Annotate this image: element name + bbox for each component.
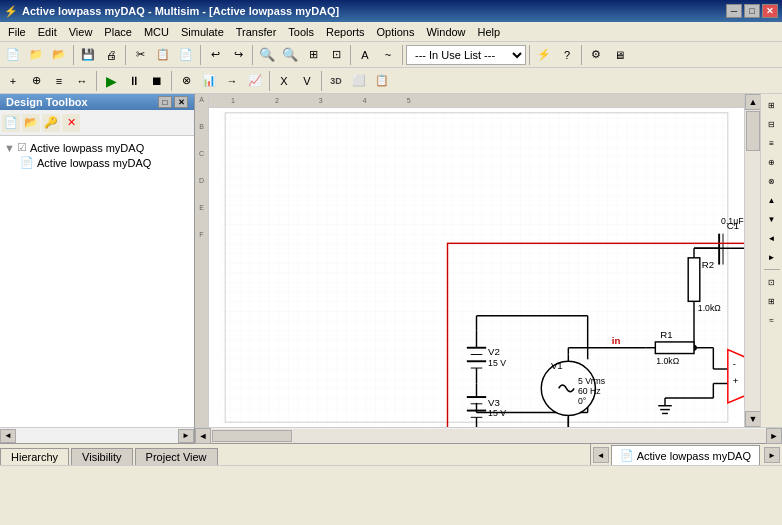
vertical-scrollbar[interactable]: ▲ ▼: [744, 94, 760, 427]
zoom-in-button[interactable]: 🔍: [256, 44, 278, 66]
probe-button[interactable]: →: [221, 70, 243, 92]
measure-button[interactable]: ⊗: [175, 70, 197, 92]
sep4: [252, 45, 253, 65]
panel-scroll-left[interactable]: ◄: [0, 429, 16, 443]
h-scroll-track[interactable]: [211, 429, 766, 443]
help-button[interactable]: ?: [556, 44, 578, 66]
schematic-canvas[interactable]: A B C D E F 1 2 3 4 5: [195, 94, 744, 427]
restore-button[interactable]: □: [744, 4, 760, 18]
tab-scroll-left[interactable]: ◄: [593, 447, 609, 463]
schematic-diagram[interactable]: + - in out C1 0.1μF R2 1.0kΩ: [209, 108, 744, 427]
bom-button[interactable]: 📋: [371, 70, 393, 92]
menu-window[interactable]: Window: [420, 25, 471, 39]
menu-transfer[interactable]: Transfer: [230, 25, 283, 39]
close-button[interactable]: ✕: [762, 4, 778, 18]
scroll-down-button[interactable]: ▼: [745, 411, 761, 427]
horizontal-scrollbar[interactable]: ◄ ►: [195, 427, 782, 443]
schematic-tab-active[interactable]: 📄 Active lowpass myDAQ: [611, 445, 760, 465]
paste-button[interactable]: 📄: [175, 44, 197, 66]
connector-button[interactable]: ↔: [71, 70, 93, 92]
rt-btn-3[interactable]: ≡: [763, 134, 781, 152]
stop-button[interactable]: ⏹: [146, 70, 168, 92]
panel-scroll-right[interactable]: ►: [178, 429, 194, 443]
menu-place[interactable]: Place: [98, 25, 138, 39]
panel-float-button[interactable]: □: [158, 96, 172, 108]
junction-button[interactable]: ⊕: [25, 70, 47, 92]
menu-view[interactable]: View: [63, 25, 99, 39]
rt-btn-7[interactable]: ▼: [763, 210, 781, 228]
cut-button[interactable]: ✂: [129, 44, 151, 66]
panel-del-btn[interactable]: ✕: [62, 114, 80, 132]
rt-btn-8[interactable]: ◄: [763, 229, 781, 247]
menu-simulate[interactable]: Simulate: [175, 25, 230, 39]
menu-edit[interactable]: Edit: [32, 25, 63, 39]
save-button[interactable]: 💾: [77, 44, 99, 66]
svg-text:+: +: [733, 375, 739, 386]
tree-root[interactable]: ▼ ☑ Active lowpass myDAQ: [4, 140, 190, 155]
minimize-button[interactable]: ─: [726, 4, 742, 18]
menu-tools[interactable]: Tools: [282, 25, 320, 39]
pause-button[interactable]: ⏸: [123, 70, 145, 92]
new-button[interactable]: 📄: [2, 44, 24, 66]
rt-btn-11[interactable]: ⊞: [763, 292, 781, 310]
menu-mcu[interactable]: MCU: [138, 25, 175, 39]
tree-child-design[interactable]: 📄 Active lowpass myDAQ: [4, 155, 190, 170]
rt-btn-5[interactable]: ⊗: [763, 172, 781, 190]
zoom-out-button[interactable]: 🔍: [279, 44, 301, 66]
display-btn[interactable]: 🖥: [608, 44, 630, 66]
scroll-left-button[interactable]: ◄: [195, 428, 211, 444]
rt-btn-10[interactable]: ⊡: [763, 273, 781, 291]
menu-options[interactable]: Options: [371, 25, 421, 39]
panel-open-btn[interactable]: 📂: [22, 114, 40, 132]
tab-hierarchy[interactable]: Hierarchy: [0, 448, 69, 465]
add-wire-button[interactable]: +: [2, 70, 24, 92]
xspice-button[interactable]: X: [273, 70, 295, 92]
3d-button[interactable]: 3D: [325, 70, 347, 92]
rt-btn-6[interactable]: ▲: [763, 191, 781, 209]
rt-btn-1[interactable]: ⊞: [763, 96, 781, 114]
new2-button[interactable]: 📁: [25, 44, 47, 66]
bus-button[interactable]: ≡: [48, 70, 70, 92]
copy-button[interactable]: 📋: [152, 44, 174, 66]
panel-key-btn[interactable]: 🔑: [42, 114, 60, 132]
menu-help[interactable]: Help: [472, 25, 507, 39]
grid-button[interactable]: ⊡: [325, 44, 347, 66]
svg-text:in: in: [612, 335, 621, 346]
grapher-button[interactable]: 📈: [244, 70, 266, 92]
toolbar-1: 📄 📁 📂 💾 🖨 ✂ 📋 📄 ↩ ↪ 🔍 🔍 ⊞ ⊡ A ~ --- In U…: [0, 42, 782, 68]
h-scroll-thumb[interactable]: [212, 430, 292, 442]
fit-button[interactable]: ⊞: [302, 44, 324, 66]
scroll-up-button[interactable]: ▲: [745, 94, 761, 110]
play-button[interactable]: ▶: [100, 70, 122, 92]
annotate-button[interactable]: A: [354, 44, 376, 66]
tab-scroll-right[interactable]: ►: [764, 447, 780, 463]
print-button[interactable]: 🖨: [100, 44, 122, 66]
redo-button[interactable]: ↪: [227, 44, 249, 66]
scroll-track[interactable]: [745, 110, 760, 411]
scroll-thumb[interactable]: [746, 111, 760, 151]
rt-btn-12[interactable]: ≈: [763, 311, 781, 329]
open-button[interactable]: 📂: [48, 44, 70, 66]
power-button[interactable]: ⚡: [533, 44, 555, 66]
in-use-list-dropdown[interactable]: --- In Use List ---: [406, 45, 526, 65]
panel-close-button[interactable]: ✕: [174, 96, 188, 108]
scroll-right-button[interactable]: ►: [766, 428, 782, 444]
panel-hscroll[interactable]: ◄ ►: [0, 427, 194, 443]
rt-btn-2[interactable]: ⊟: [763, 115, 781, 133]
undo-button[interactable]: ↩: [204, 44, 226, 66]
settings-btn[interactable]: ⚙: [585, 44, 607, 66]
panel-new-btn[interactable]: 📄: [2, 114, 20, 132]
schematic-tab-icon: 📄: [620, 449, 634, 462]
tab-visibility[interactable]: Visibility: [71, 448, 133, 465]
sep-t2-1: [96, 71, 97, 91]
window-title: Active lowpass myDAQ - Multisim - [Activ…: [22, 5, 339, 17]
menu-file[interactable]: File: [2, 25, 32, 39]
sim-button[interactable]: ~: [377, 44, 399, 66]
rt-btn-9[interactable]: ►: [763, 248, 781, 266]
menu-reports[interactable]: Reports: [320, 25, 371, 39]
rt-btn-4[interactable]: ⊕: [763, 153, 781, 171]
vhdl-button[interactable]: V: [296, 70, 318, 92]
analysis-button[interactable]: 📊: [198, 70, 220, 92]
tab-project-view[interactable]: Project View: [135, 448, 218, 465]
layout-button[interactable]: ⬜: [348, 70, 370, 92]
